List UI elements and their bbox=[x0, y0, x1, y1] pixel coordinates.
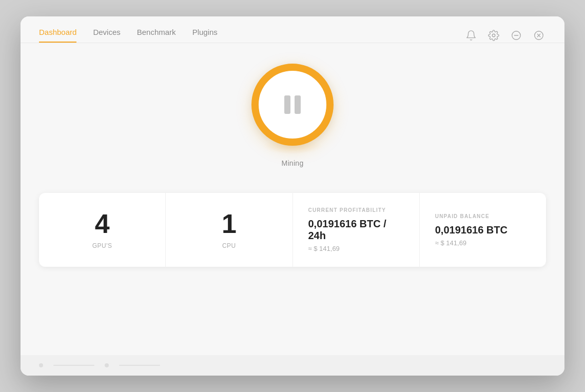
settings-icon[interactable] bbox=[486, 28, 501, 43]
balance-section-label: UNPAID BALANCE bbox=[435, 213, 490, 219]
balance-usd: ≈ $ 141,69 bbox=[435, 239, 466, 247]
pause-bar-left bbox=[284, 95, 290, 114]
nav-icons bbox=[464, 28, 546, 43]
stat-card-gpus: 4 GPU'S bbox=[39, 193, 166, 267]
bell-icon[interactable] bbox=[464, 28, 478, 43]
profitability-usd: ≈ $ 141,69 bbox=[308, 245, 340, 252]
app-window: Dashboard Devices Benchmark Plugins bbox=[21, 16, 564, 376]
mining-button-container: Mining bbox=[251, 64, 334, 167]
nav-bar: Dashboard Devices Benchmark Plugins bbox=[21, 16, 564, 43]
bottom-peek-dot-2 bbox=[105, 363, 109, 367]
cpu-label: CPU bbox=[222, 242, 236, 249]
tab-devices[interactable]: Devices bbox=[93, 28, 120, 43]
tab-plugins[interactable]: Plugins bbox=[192, 28, 218, 43]
stat-card-balance: UNPAID BALANCE 0,0191616 BTC ≈ $ 141,69 bbox=[420, 193, 546, 267]
profitability-section-label: CURRENT PROFITABILITY bbox=[308, 207, 386, 213]
pause-icon bbox=[284, 95, 301, 114]
gpu-count: 4 bbox=[95, 210, 110, 237]
close-icon[interactable] bbox=[532, 28, 546, 43]
main-content: Mining 4 GPU'S 1 CPU CURRENT PROFITABILI… bbox=[21, 43, 564, 355]
stat-card-profitability: CURRENT PROFITABILITY 0,0191616 BTC / 24… bbox=[293, 193, 420, 267]
cpu-count: 1 bbox=[222, 210, 237, 237]
bottom-peek-line bbox=[53, 365, 94, 366]
svg-point-0 bbox=[492, 34, 495, 37]
bottom-peek-dot bbox=[39, 363, 43, 367]
stats-row: 4 GPU'S 1 CPU CURRENT PROFITABILITY 0,01… bbox=[39, 193, 546, 267]
bottom-peek-line-2 bbox=[119, 365, 160, 366]
bottom-peek bbox=[21, 355, 564, 376]
profitability-value: 0,0191616 BTC / 24h bbox=[308, 218, 404, 242]
balance-value: 0,0191616 BTC bbox=[435, 224, 508, 236]
gpu-label: GPU'S bbox=[92, 242, 112, 249]
tab-dashboard[interactable]: Dashboard bbox=[39, 28, 76, 43]
mining-status-label: Mining bbox=[281, 159, 303, 167]
stat-card-cpu: 1 CPU bbox=[166, 193, 292, 267]
minimize-icon[interactable] bbox=[509, 28, 523, 43]
mining-pause-button[interactable] bbox=[251, 64, 334, 146]
tab-benchmark[interactable]: Benchmark bbox=[137, 28, 176, 43]
pause-bar-right bbox=[295, 95, 301, 114]
nav-tabs: Dashboard Devices Benchmark Plugins bbox=[39, 28, 218, 43]
